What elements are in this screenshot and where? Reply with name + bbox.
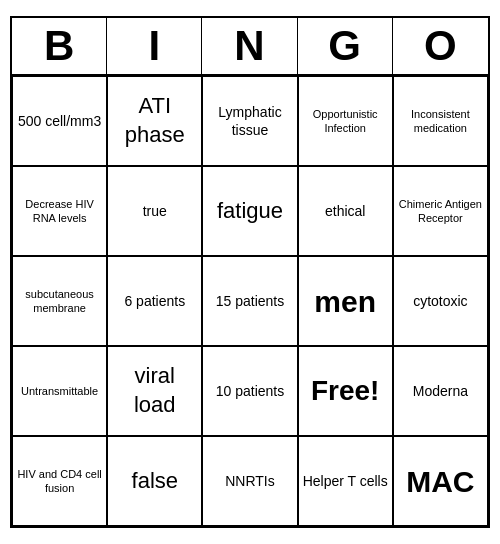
bingo-cell-13: men [298,256,393,346]
bingo-cell-21: false [107,436,202,526]
bingo-cell-14: cytotoxic [393,256,488,346]
bingo-header-letter: N [202,18,297,74]
bingo-header-letter: O [393,18,488,74]
bingo-cell-4: Inconsistent medication [393,76,488,166]
bingo-cell-16: viral load [107,346,202,436]
bingo-cell-10: subcutaneous membrane [12,256,107,346]
bingo-card: BINGO 500 cell/mm3ATI phaseLymphatic tis… [10,16,490,528]
bingo-cell-5: Decrease HIV RNA levels [12,166,107,256]
bingo-header: BINGO [12,18,488,76]
bingo-header-letter: B [12,18,107,74]
bingo-cell-20: HIV and CD4 cell fusion [12,436,107,526]
bingo-cell-22: NNRTIs [202,436,297,526]
bingo-cell-19: Moderna [393,346,488,436]
bingo-cell-7: fatigue [202,166,297,256]
bingo-cell-6: true [107,166,202,256]
bingo-cell-9: Chimeric Antigen Receptor [393,166,488,256]
bingo-cell-17: 10 patients [202,346,297,436]
bingo-header-letter: I [107,18,202,74]
bingo-cell-2: Lymphatic tissue [202,76,297,166]
bingo-cell-11: 6 patients [107,256,202,346]
bingo-cell-18: Free! [298,346,393,436]
bingo-cell-24: MAC [393,436,488,526]
bingo-cell-15: Untransmittable [12,346,107,436]
bingo-cell-8: ethical [298,166,393,256]
bingo-cell-23: Helper T cells [298,436,393,526]
bingo-cell-1: ATI phase [107,76,202,166]
bingo-grid: 500 cell/mm3ATI phaseLymphatic tissueOpp… [12,76,488,526]
bingo-cell-0: 500 cell/mm3 [12,76,107,166]
bingo-cell-12: 15 patients [202,256,297,346]
bingo-cell-3: Opportunistic Infection [298,76,393,166]
bingo-header-letter: G [298,18,393,74]
